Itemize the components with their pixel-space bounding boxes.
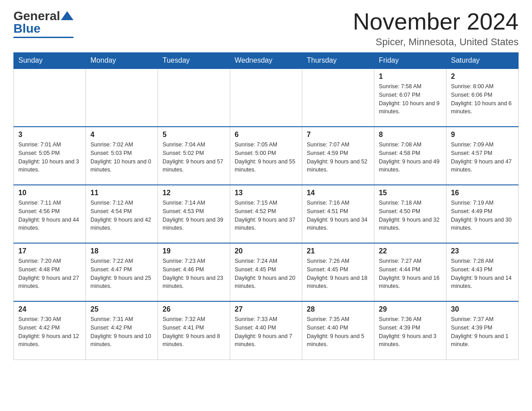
title-block: November 2024 Spicer, Minnesota, United … — [353, 9, 519, 48]
day-sun-info: Sunrise: 7:05 AM Sunset: 5:00 PM Dayligh… — [235, 141, 297, 174]
calendar-day-cell: 16Sunrise: 7:19 AM Sunset: 4:49 PM Dayli… — [446, 185, 519, 243]
day-number: 4 — [90, 131, 153, 139]
day-number: 7 — [307, 131, 369, 139]
calendar-week-row: 17Sunrise: 7:20 AM Sunset: 4:48 PM Dayli… — [14, 243, 519, 301]
calendar-day-cell: 12Sunrise: 7:14 AM Sunset: 4:53 PM Dayli… — [158, 185, 230, 243]
day-number: 20 — [235, 247, 297, 255]
calendar-day-cell: 4Sunrise: 7:02 AM Sunset: 5:03 PM Daylig… — [86, 127, 158, 185]
calendar-day-cell: 10Sunrise: 7:11 AM Sunset: 4:56 PM Dayli… — [14, 185, 86, 243]
calendar-week-row: 3Sunrise: 7:01 AM Sunset: 5:05 PM Daylig… — [14, 127, 519, 185]
calendar-day-cell: 21Sunrise: 7:26 AM Sunset: 4:45 PM Dayli… — [302, 243, 374, 301]
calendar-week-row: 10Sunrise: 7:11 AM Sunset: 4:56 PM Dayli… — [14, 185, 519, 243]
calendar-day-cell: 22Sunrise: 7:27 AM Sunset: 4:44 PM Dayli… — [374, 243, 446, 301]
day-sun-info: Sunrise: 7:08 AM Sunset: 4:58 PM Dayligh… — [379, 141, 442, 174]
calendar-header: SundayMondayTuesdayWednesdayThursdayFrid… — [14, 53, 519, 69]
day-sun-info: Sunrise: 7:15 AM Sunset: 4:52 PM Dayligh… — [235, 199, 297, 232]
logo-underline — [13, 37, 73, 38]
day-sun-info: Sunrise: 7:22 AM Sunset: 4:47 PM Dayligh… — [90, 257, 153, 291]
calendar-day-cell — [230, 68, 302, 127]
day-sun-info: Sunrise: 7:27 AM Sunset: 4:44 PM Dayligh… — [379, 257, 442, 291]
day-sun-info: Sunrise: 7:23 AM Sunset: 4:46 PM Dayligh… — [163, 257, 225, 291]
calendar-day-cell: 27Sunrise: 7:33 AM Sunset: 4:40 PM Dayli… — [230, 301, 302, 360]
day-number: 21 — [307, 247, 369, 255]
day-sun-info: Sunrise: 7:36 AM Sunset: 4:39 PM Dayligh… — [379, 315, 442, 349]
day-sun-info: Sunrise: 8:00 AM Sunset: 6:06 PM Dayligh… — [451, 82, 514, 116]
day-number: 8 — [379, 131, 442, 139]
day-sun-info: Sunrise: 7:02 AM Sunset: 5:03 PM Dayligh… — [90, 141, 153, 174]
calendar-day-cell: 18Sunrise: 7:22 AM Sunset: 4:47 PM Dayli… — [86, 243, 158, 301]
calendar-day-cell — [14, 68, 86, 127]
calendar-day-cell: 13Sunrise: 7:15 AM Sunset: 4:52 PM Dayli… — [230, 185, 302, 243]
day-number: 9 — [451, 131, 514, 139]
calendar-day-cell: 26Sunrise: 7:32 AM Sunset: 4:41 PM Dayli… — [158, 301, 230, 360]
day-number: 19 — [163, 247, 225, 255]
day-of-week-header: Sunday — [14, 53, 86, 69]
day-sun-info: Sunrise: 7:18 AM Sunset: 4:50 PM Dayligh… — [379, 199, 442, 232]
calendar-day-cell: 1Sunrise: 7:58 AM Sunset: 6:07 PM Daylig… — [374, 68, 446, 127]
calendar-day-cell: 19Sunrise: 7:23 AM Sunset: 4:46 PM Dayli… — [158, 243, 230, 301]
day-sun-info: Sunrise: 7:04 AM Sunset: 5:02 PM Dayligh… — [163, 141, 225, 174]
day-sun-info: Sunrise: 7:14 AM Sunset: 4:53 PM Dayligh… — [163, 199, 225, 232]
calendar-day-cell: 24Sunrise: 7:30 AM Sunset: 4:42 PM Dayli… — [14, 301, 86, 360]
day-of-week-header: Tuesday — [158, 53, 230, 69]
day-number: 15 — [379, 189, 442, 197]
day-of-week-header: Wednesday — [230, 53, 302, 69]
calendar-table: SundayMondayTuesdayWednesdayThursdayFrid… — [13, 52, 519, 360]
day-number: 28 — [307, 305, 369, 313]
day-number: 29 — [379, 305, 442, 313]
calendar-week-row: 1Sunrise: 7:58 AM Sunset: 6:07 PM Daylig… — [14, 68, 519, 127]
logo-blue-text: Blue — [13, 21, 41, 36]
calendar-day-cell: 11Sunrise: 7:12 AM Sunset: 4:54 PM Dayli… — [86, 185, 158, 243]
day-number: 17 — [18, 247, 81, 255]
day-sun-info: Sunrise: 7:24 AM Sunset: 4:45 PM Dayligh… — [235, 257, 297, 291]
day-number: 13 — [235, 189, 297, 197]
day-number: 10 — [18, 189, 81, 197]
logo: General Blue — [13, 9, 73, 38]
day-number: 18 — [90, 247, 153, 255]
calendar-day-cell: 25Sunrise: 7:31 AM Sunset: 4:42 PM Dayli… — [86, 301, 158, 360]
day-number: 24 — [18, 305, 81, 313]
days-of-week-row: SundayMondayTuesdayWednesdayThursdayFrid… — [14, 53, 519, 69]
day-of-week-header: Monday — [86, 53, 158, 69]
day-sun-info: Sunrise: 7:16 AM Sunset: 4:51 PM Dayligh… — [307, 199, 369, 232]
day-number: 25 — [90, 305, 153, 313]
day-sun-info: Sunrise: 7:20 AM Sunset: 4:48 PM Dayligh… — [18, 257, 81, 291]
calendar-body: 1Sunrise: 7:58 AM Sunset: 6:07 PM Daylig… — [14, 68, 519, 360]
day-number: 14 — [307, 189, 369, 197]
calendar-day-cell — [302, 68, 374, 127]
calendar-day-cell: 23Sunrise: 7:28 AM Sunset: 4:43 PM Dayli… — [446, 243, 519, 301]
calendar-day-cell: 8Sunrise: 7:08 AM Sunset: 4:58 PM Daylig… — [374, 127, 446, 185]
calendar-day-cell: 20Sunrise: 7:24 AM Sunset: 4:45 PM Dayli… — [230, 243, 302, 301]
calendar-day-cell: 6Sunrise: 7:05 AM Sunset: 5:00 PM Daylig… — [230, 127, 302, 185]
month-title: November 2024 — [353, 9, 519, 34]
calendar-day-cell: 7Sunrise: 7:07 AM Sunset: 4:59 PM Daylig… — [302, 127, 374, 185]
day-sun-info: Sunrise: 7:07 AM Sunset: 4:59 PM Dayligh… — [307, 141, 369, 174]
day-number: 6 — [235, 131, 297, 139]
day-sun-info: Sunrise: 7:11 AM Sunset: 4:56 PM Dayligh… — [18, 199, 81, 232]
calendar-day-cell: 15Sunrise: 7:18 AM Sunset: 4:50 PM Dayli… — [374, 185, 446, 243]
day-number: 5 — [163, 131, 225, 139]
page-header: General Blue November 2024 Spicer, Minne… — [13, 9, 519, 48]
day-number: 22 — [379, 247, 442, 255]
day-number: 11 — [90, 189, 153, 197]
calendar-day-cell: 3Sunrise: 7:01 AM Sunset: 5:05 PM Daylig… — [14, 127, 86, 185]
day-sun-info: Sunrise: 7:58 AM Sunset: 6:07 PM Dayligh… — [379, 82, 442, 116]
day-sun-info: Sunrise: 7:33 AM Sunset: 4:40 PM Dayligh… — [235, 315, 297, 349]
calendar-week-row: 24Sunrise: 7:30 AM Sunset: 4:42 PM Dayli… — [14, 301, 519, 360]
day-of-week-header: Thursday — [302, 53, 374, 69]
calendar-day-cell: 9Sunrise: 7:09 AM Sunset: 4:57 PM Daylig… — [446, 127, 519, 185]
day-sun-info: Sunrise: 7:09 AM Sunset: 4:57 PM Dayligh… — [451, 141, 514, 174]
day-sun-info: Sunrise: 7:19 AM Sunset: 4:49 PM Dayligh… — [451, 199, 514, 232]
day-sun-info: Sunrise: 7:32 AM Sunset: 4:41 PM Dayligh… — [163, 315, 225, 349]
day-number: 2 — [451, 73, 514, 81]
day-of-week-header: Saturday — [446, 53, 519, 69]
calendar-day-cell — [158, 68, 230, 127]
calendar-day-cell: 29Sunrise: 7:36 AM Sunset: 4:39 PM Dayli… — [374, 301, 446, 360]
calendar-day-cell: 30Sunrise: 7:37 AM Sunset: 4:39 PM Dayli… — [446, 301, 519, 360]
day-number: 26 — [163, 305, 225, 313]
day-number: 3 — [18, 131, 81, 139]
day-sun-info: Sunrise: 7:30 AM Sunset: 4:42 PM Dayligh… — [18, 315, 81, 349]
day-number: 1 — [379, 73, 442, 81]
day-number: 12 — [163, 189, 225, 197]
day-sun-info: Sunrise: 7:37 AM Sunset: 4:39 PM Dayligh… — [451, 315, 514, 349]
